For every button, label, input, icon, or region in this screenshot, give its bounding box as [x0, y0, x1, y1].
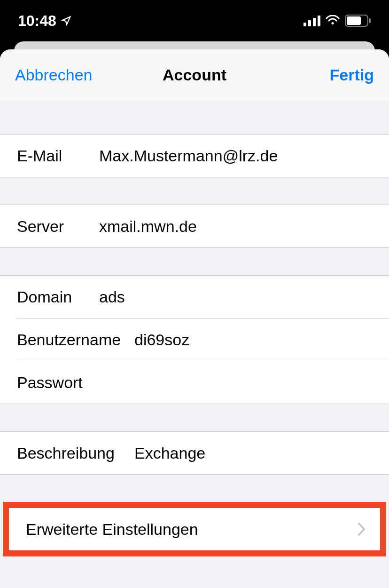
page-title: Account [163, 66, 226, 84]
password-label: Passwort [17, 373, 99, 392]
status-bar: 10:48 [0, 0, 389, 41]
domain-row[interactable]: Domain ads [0, 276, 389, 318]
svg-rect-0 [303, 23, 306, 26]
description-value: Exchange [134, 444, 372, 462]
status-time-region: 10:48 [18, 12, 71, 30]
advanced-settings-row[interactable]: Erweiterte Einstellungen [9, 508, 380, 550]
svg-rect-3 [318, 16, 320, 26]
credentials-section: Domain ads Benutzername di69soz Passwort [0, 275, 389, 404]
server-label: Server [17, 217, 99, 236]
server-section: Server xmail.mwn.de [0, 205, 389, 248]
password-row[interactable]: Passwort [0, 361, 389, 404]
wifi-icon [325, 15, 340, 26]
location-icon [61, 16, 71, 26]
cancel-button[interactable]: Abbrechen [15, 66, 92, 84]
cellular-icon [303, 15, 320, 26]
server-row[interactable]: Server xmail.mwn.de [0, 205, 389, 247]
status-indicators [303, 15, 371, 27]
description-label: Beschreibung [17, 444, 134, 462]
svg-rect-5 [347, 16, 361, 25]
highlight-annotation: Erweiterte Einstellungen [3, 502, 386, 556]
email-value: Max.Mustermann@lrz.de [99, 147, 372, 165]
navigation-bar: Abbrechen Account Fertig [0, 49, 389, 101]
svg-rect-2 [313, 18, 316, 26]
description-section: Beschreibung Exchange [0, 431, 389, 475]
status-time: 10:48 [18, 12, 56, 30]
svg-rect-6 [369, 18, 371, 23]
done-button[interactable]: Fertig [330, 66, 374, 84]
domain-label: Domain [17, 288, 99, 306]
chevron-right-icon [358, 522, 366, 536]
description-row[interactable]: Beschreibung Exchange [0, 432, 389, 474]
username-label: Benutzername [17, 331, 134, 349]
server-value: xmail.mwn.de [99, 217, 372, 236]
battery-icon [345, 15, 371, 27]
email-section: E-Mail Max.Mustermann@lrz.de [0, 134, 389, 177]
account-modal: Abbrechen Account Fertig E-Mail Max.Must… [0, 49, 389, 588]
domain-value: ads [99, 288, 372, 306]
username-row[interactable]: Benutzername di69soz [0, 318, 389, 361]
content-area: E-Mail Max.Mustermann@lrz.de Server xmai… [0, 101, 389, 556]
advanced-settings-label: Erweiterte Einstellungen [26, 520, 198, 539]
email-label: E-Mail [17, 147, 99, 165]
email-row[interactable]: E-Mail Max.Mustermann@lrz.de [0, 135, 389, 177]
svg-rect-1 [308, 20, 311, 26]
username-value: di69soz [134, 331, 372, 349]
